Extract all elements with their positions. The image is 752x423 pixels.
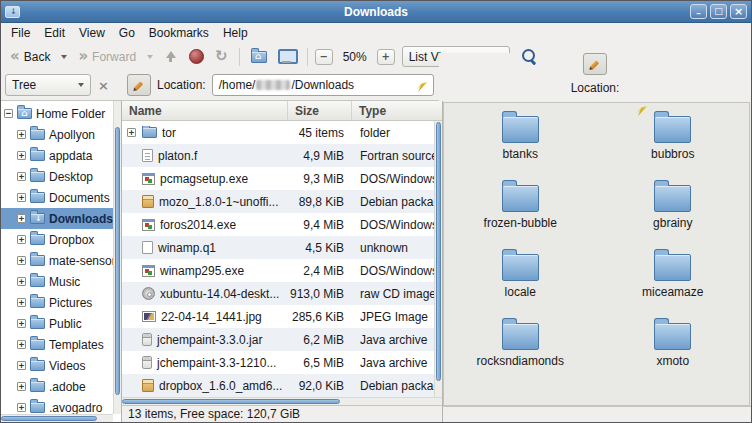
sidebar-item-dropbox[interactable]: Dropbox — [1, 229, 113, 250]
debian-package-icon — [142, 195, 154, 208]
menu-view[interactable]: View — [72, 24, 112, 42]
minimize-button[interactable] — [690, 4, 707, 19]
file-row[interactable]: pcmagsetup.exe9,3 MiBDOS/Windows ex — [122, 167, 442, 190]
location-input-left[interactable]: /home//Downloads — [212, 74, 434, 96]
folder-item-frozen-bubble[interactable]: frozen-bubble — [444, 180, 597, 249]
file-row[interactable]: tor45 itemsfolder — [122, 121, 442, 144]
scrollbar-thumb[interactable] — [115, 127, 120, 395]
folder-item-xmoto[interactable]: xmoto — [597, 318, 750, 387]
sidebar-item-avogadro[interactable]: .avogadro — [1, 397, 113, 414]
tree-sidebar: Home Folder Apollyon appdata Desktop Doc… — [1, 101, 122, 422]
file-row[interactable]: jchempaint-3.3-1210...6,5 MiBJava archiv… — [122, 351, 442, 374]
menu-help[interactable]: Help — [216, 24, 255, 42]
sidebar-vertical-scrollbar[interactable] — [113, 101, 121, 414]
downloads-folder-icon[interactable] — [5, 6, 20, 18]
reload-button[interactable] — [211, 47, 232, 66]
main-area: Home Folder Apollyon appdata Desktop Doc… — [1, 101, 751, 422]
maximize-button[interactable] — [710, 4, 727, 19]
edit-location-toggle[interactable] — [583, 53, 607, 75]
file-row[interactable]: 22-04-14_1441.jpg285,6 KiBJPEG Image — [122, 305, 442, 328]
expand-expander[interactable] — [17, 361, 26, 370]
sidebar-item-downloads[interactable]: Downloads — [1, 208, 113, 229]
folder-icon — [30, 150, 45, 161]
collapse-expander[interactable] — [4, 109, 13, 118]
list-vertical-scrollbar[interactable] — [434, 121, 442, 397]
search-icon[interactable] — [521, 48, 538, 65]
zoom-out-button[interactable]: − — [315, 49, 333, 65]
column-header-name[interactable]: Name — [122, 101, 288, 120]
expand-expander[interactable] — [17, 151, 26, 160]
file-row[interactable]: dropbox_1.6.0_amd6...92,0 KiBDebian pack… — [122, 374, 442, 397]
close-side-pane-button[interactable]: × — [96, 77, 111, 94]
menu-edit[interactable]: Edit — [37, 24, 72, 42]
folder-item-bubbros[interactable]: bubbros — [597, 111, 750, 180]
sidebar-item-apollyon[interactable]: Apollyon — [1, 124, 113, 145]
expand-expander[interactable] — [17, 403, 26, 412]
expand-expander[interactable] — [17, 340, 26, 349]
sidebar-horizontal-scrollbar[interactable] — [1, 414, 113, 422]
stop-button[interactable] — [185, 47, 208, 66]
column-header-size[interactable]: Size — [288, 101, 352, 120]
zoom-in-button[interactable]: + — [377, 49, 395, 65]
forward-button[interactable]: » Forward — [74, 47, 140, 66]
debian-package-icon — [142, 379, 154, 392]
menu-file[interactable]: File — [4, 24, 37, 42]
computer-button[interactable] — [274, 47, 300, 66]
expand-expander[interactable] — [17, 256, 26, 265]
sidebar-item-pictures[interactable]: Pictures — [1, 292, 113, 313]
folder-item-locale[interactable]: locale — [444, 249, 597, 318]
folder-item-btanks[interactable]: btanks — [444, 111, 597, 180]
file-row[interactable]: foros2014.exe9,4 MiBDOS/Windows ex — [122, 213, 442, 236]
forward-history-dropdown[interactable] — [143, 53, 157, 61]
folder-item-miceamaze[interactable]: miceamaze — [597, 249, 750, 318]
scrollbar-thumb[interactable] — [436, 122, 441, 381]
sidebar-item-appdata[interactable]: appdata — [1, 145, 113, 166]
expand-expander[interactable] — [17, 319, 26, 328]
expand-expander[interactable] — [127, 128, 136, 137]
folder-item-gbrainy[interactable]: gbrainy — [597, 180, 750, 249]
column-header-type[interactable]: Type — [352, 101, 442, 120]
sidebar-item-mate-sensors[interactable]: mate-sensors- — [1, 250, 113, 271]
location-bar: Tree × Location: /home//Downloads Locati… — [1, 70, 751, 101]
file-row[interactable]: winamp295.exe2,4 MiBDOS/Windows ex — [122, 259, 442, 282]
scrollbar-thumb[interactable] — [122, 399, 340, 404]
up-button[interactable] — [160, 48, 182, 66]
edit-location-toggle[interactable] — [127, 74, 151, 96]
sidebar-item-public[interactable]: Public — [1, 313, 113, 334]
blank-file-icon — [142, 241, 153, 254]
expand-expander[interactable] — [17, 214, 26, 223]
menu-go[interactable]: Go — [112, 24, 142, 42]
file-row[interactable]: winamp.q14,5 KiBunknown — [122, 236, 442, 259]
folder-icon — [654, 254, 691, 281]
expand-expander[interactable] — [17, 172, 26, 181]
file-row[interactable]: jchempaint-3.3.0.jar6,2 MiBJava archive — [122, 328, 442, 351]
location-quill-icon[interactable] — [416, 78, 427, 92]
file-row[interactable]: platon.f4,9 MiBFortran source co — [122, 144, 442, 167]
expand-expander[interactable] — [17, 193, 26, 202]
back-history-dropdown[interactable] — [57, 53, 71, 61]
side-pane-selector[interactable]: Tree — [5, 74, 91, 96]
sidebar-item-music[interactable]: Music — [1, 271, 113, 292]
menu-bookmarks[interactable]: Bookmarks — [142, 24, 216, 42]
file-row[interactable]: xubuntu-14.04-deskt...913,0 MiBraw CD im… — [122, 282, 442, 305]
sidebar-item-desktop[interactable]: Desktop — [1, 166, 113, 187]
scrollbar-thumb[interactable] — [1, 416, 97, 421]
sidebar-item-adobe[interactable]: .adobe — [1, 376, 113, 397]
sidebar-item-documents[interactable]: Documents — [1, 187, 113, 208]
expand-expander[interactable] — [17, 235, 26, 244]
file-row[interactable]: mozo_1.8.0-1~unoffi...89,8 KiBDebian pac… — [122, 190, 442, 213]
home-button[interactable] — [247, 49, 271, 65]
expand-expander[interactable] — [17, 298, 26, 307]
expand-expander[interactable] — [17, 130, 26, 139]
sidebar-item-home-folder[interactable]: Home Folder — [1, 103, 113, 124]
sidebar-item-templates[interactable]: Templates — [1, 334, 113, 355]
sidebar-item-videos[interactable]: Videos — [1, 355, 113, 376]
expand-expander[interactable] — [17, 382, 26, 391]
folder-item-rocksndiamonds[interactable]: rocksndiamonds — [444, 318, 597, 387]
redacted-username — [256, 80, 290, 90]
expand-expander[interactable] — [17, 277, 26, 286]
toolbar-separator — [239, 48, 240, 66]
back-button[interactable]: « Back — [6, 47, 54, 66]
list-horizontal-scrollbar[interactable] — [122, 397, 442, 405]
close-button[interactable] — [730, 4, 747, 19]
